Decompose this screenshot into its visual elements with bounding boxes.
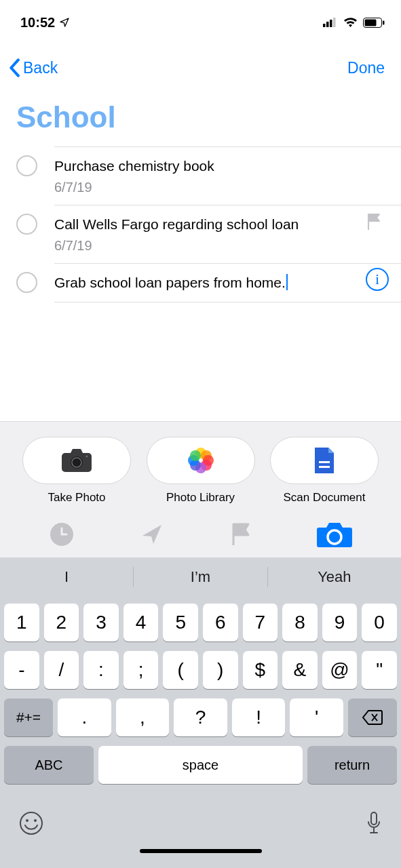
svg-rect-19: [319, 461, 330, 463]
key-backspace[interactable]: [348, 698, 397, 736]
reminder-item[interactable]: Purchase chemistry book 6/7/19: [54, 146, 401, 205]
reminder-date: 6/7/19: [54, 238, 390, 254]
back-label: Back: [23, 59, 58, 77]
home-indicator: [140, 849, 262, 853]
attachment-options: Take Photo Photo Library: [0, 421, 401, 511]
key-abc[interactable]: ABC: [4, 746, 94, 784]
key-semicolon[interactable]: ;: [123, 651, 159, 689]
key-amp[interactable]: &: [282, 651, 318, 689]
photo-library-button[interactable]: Photo Library: [143, 437, 259, 505]
reminder-date: 6/7/19: [54, 180, 390, 195]
emoji-button[interactable]: [19, 811, 43, 835]
key-dollar[interactable]: $: [243, 651, 278, 689]
reminder-checkbox[interactable]: [16, 214, 37, 235]
key-slash[interactable]: /: [44, 651, 79, 689]
take-photo-button[interactable]: Take Photo: [19, 437, 134, 505]
back-button[interactable]: Back: [8, 58, 58, 77]
svg-point-25: [34, 819, 37, 822]
photo-library-label: Photo Library: [166, 491, 235, 505]
done-button[interactable]: Done: [347, 59, 385, 77]
camera-icon: [61, 448, 92, 473]
suggestion-2[interactable]: I’m: [134, 568, 267, 586]
key-rparen[interactable]: ): [203, 651, 238, 689]
photos-icon: [187, 447, 214, 474]
clock-icon: [49, 521, 75, 547]
reminder-title-editing[interactable]: Grab school loan papers from home.: [54, 273, 390, 292]
svg-rect-20: [319, 466, 330, 468]
suggestion-1[interactable]: I: [0, 568, 133, 586]
key-8[interactable]: 8: [282, 604, 318, 642]
quicktype-bar: I I’m Yeah: [0, 557, 401, 597]
backspace-icon: [362, 709, 383, 726]
wifi-icon: [343, 18, 358, 28]
svg-point-23: [20, 812, 42, 834]
key-2[interactable]: 2: [44, 604, 79, 642]
camera-tool-button[interactable]: [317, 521, 352, 548]
svg-rect-3: [333, 18, 336, 27]
done-label: Done: [347, 59, 385, 77]
key-at[interactable]: @: [322, 651, 358, 689]
text-cursor: [286, 274, 288, 290]
key-quote[interactable]: ": [362, 651, 397, 689]
key-period[interactable]: .: [58, 698, 111, 736]
take-photo-label: Take Photo: [47, 491, 105, 505]
svg-rect-0: [323, 24, 326, 27]
key-6[interactable]: 6: [203, 604, 238, 642]
time-tool-button[interactable]: [49, 521, 75, 547]
microphone-icon: [366, 811, 382, 835]
svg-rect-26: [371, 812, 377, 825]
scan-document-label: Scan Document: [284, 491, 366, 505]
reminders-list: Purchase chemistry book 6/7/19 Call Well…: [0, 146, 401, 302]
key-comma[interactable]: ,: [116, 698, 170, 736]
input-accessory: Take Photo Photo Library: [0, 421, 401, 868]
key-space[interactable]: space: [98, 746, 303, 784]
chevron-left-icon: [8, 58, 20, 77]
document-icon: [312, 446, 337, 475]
svg-point-24: [26, 819, 28, 822]
key-lparen[interactable]: (: [163, 651, 198, 689]
key-0[interactable]: 0: [362, 604, 397, 642]
svg-rect-5: [365, 19, 377, 26]
svg-rect-1: [326, 22, 329, 27]
battery-icon: [363, 18, 385, 28]
location-icon: [59, 17, 70, 28]
navigation-bar: Back Done: [0, 35, 401, 77]
emoji-icon: [19, 811, 43, 835]
reminder-title: Purchase chemistry book: [54, 157, 390, 176]
key-shift-symbols[interactable]: #+=: [4, 698, 53, 736]
scan-document-button[interactable]: Scan Document: [267, 437, 382, 505]
keyboard: 1 2 3 4 5 6 7 8 9 0 - / : ; ( ) $ & @ " …: [0, 597, 401, 789]
reminder-checkbox[interactable]: [16, 272, 37, 293]
svg-rect-6: [383, 20, 385, 24]
flag-icon: [366, 212, 382, 231]
key-exclaim[interactable]: !: [232, 698, 286, 736]
page-title: School: [0, 77, 401, 134]
svg-point-18: [190, 450, 201, 461]
reminder-checkbox[interactable]: [16, 155, 37, 176]
camera-fill-icon: [317, 521, 352, 548]
key-colon[interactable]: :: [83, 651, 119, 689]
suggestion-3[interactable]: Yeah: [268, 568, 401, 586]
key-4[interactable]: 4: [123, 604, 159, 642]
location-arrow-icon: [140, 522, 164, 547]
key-5[interactable]: 5: [163, 604, 198, 642]
flag-icon: [230, 522, 252, 547]
key-9[interactable]: 9: [322, 604, 358, 642]
key-question[interactable]: ?: [174, 698, 227, 736]
dictation-button[interactable]: [366, 811, 382, 835]
info-button[interactable]: i: [366, 268, 389, 291]
key-3[interactable]: 3: [83, 604, 119, 642]
key-apostrophe[interactable]: ': [290, 698, 343, 736]
key-dash[interactable]: -: [4, 651, 39, 689]
key-1[interactable]: 1: [4, 604, 39, 642]
signal-icon: [323, 18, 338, 27]
flag-tool-button[interactable]: [230, 522, 252, 547]
reminder-item[interactable]: Grab school loan papers from home. i: [54, 263, 401, 302]
reminder-item[interactable]: Call Wells Fargo regarding school loan 6…: [54, 205, 401, 263]
key-return[interactable]: return: [307, 746, 397, 784]
key-7[interactable]: 7: [243, 604, 278, 642]
status-time: 10:52: [20, 15, 55, 31]
home-indicator-area: [0, 849, 401, 868]
svg-rect-2: [330, 20, 332, 27]
location-tool-button[interactable]: [140, 522, 164, 547]
